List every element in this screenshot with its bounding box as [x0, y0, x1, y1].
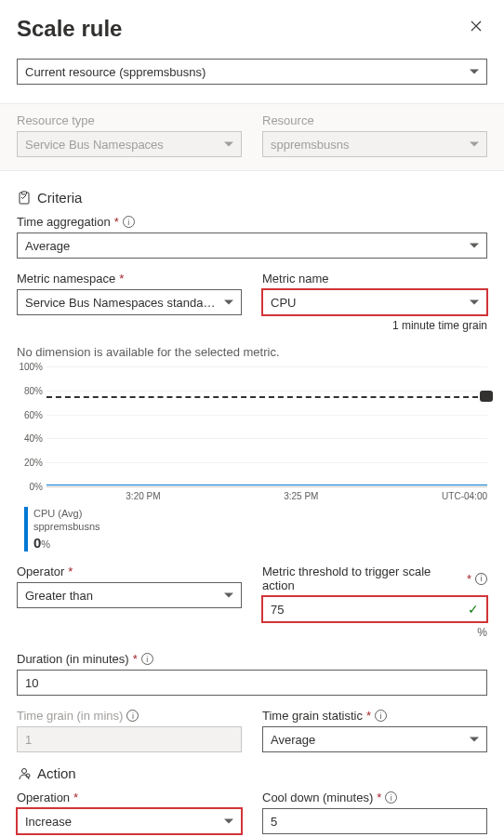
resource-select: sppremsbusns	[262, 131, 487, 157]
operation-select[interactable]: Increase	[17, 808, 242, 834]
chart-series-line	[46, 485, 487, 485]
metric-name-label: Metric name	[262, 272, 487, 286]
threshold-line	[46, 396, 487, 398]
time-grain-label: Time grain (in mins) i	[17, 709, 242, 723]
cooldown-input[interactable]: 5	[262, 808, 487, 834]
operation-value: Increase	[25, 815, 72, 829]
operator-label: Operator*	[17, 565, 242, 578]
threshold-input[interactable]: 75 ✓	[262, 596, 487, 622]
legend-series-name: CPU (Avg)	[33, 507, 100, 520]
scope-select-value: Current resource (sppremsbusns)	[25, 65, 206, 79]
action-section: Action	[17, 765, 487, 781]
operator-value: Greater than	[25, 589, 93, 603]
action-icon	[17, 766, 32, 781]
scope-select[interactable]: Current resource (sppremsbusns)	[17, 59, 487, 85]
panel-title: Scale rule	[17, 16, 122, 42]
info-icon[interactable]: i	[475, 573, 487, 585]
metric-chart: 100% 80% 60% 40% 20% 0% 3:20 PM 3:25 PM …	[17, 366, 487, 551]
operation-label: Operation*	[17, 790, 242, 804]
metric-name-select[interactable]: CPU	[262, 289, 487, 315]
duration-value: 10	[25, 676, 38, 690]
svg-point-2	[22, 768, 27, 773]
info-icon[interactable]: i	[126, 710, 139, 722]
time-grain-stat-label: Time grain statistic* i	[262, 709, 487, 723]
resource-type-value: Service Bus Namespaces	[25, 138, 164, 152]
no-dimension-message: No dimension is available for the select…	[17, 345, 487, 359]
info-icon[interactable]: i	[141, 653, 153, 665]
time-grain-note: 1 minute time grain	[262, 319, 487, 332]
time-agg-label: Time aggregation* i	[17, 215, 487, 229]
duration-input[interactable]: 10	[17, 670, 487, 696]
clipboard-icon	[17, 191, 32, 206]
xtick: 3:20 PM	[126, 491, 160, 501]
time-agg-value: Average	[25, 239, 70, 253]
svg-rect-1	[22, 192, 27, 194]
metric-ns-value: Service Bus Namespaces standard me...	[25, 296, 219, 310]
metric-ns-label: Metric namespace*	[17, 272, 242, 286]
chart-legend: CPU (Avg) sppremsbusns 0%	[17, 507, 487, 551]
resource-type-label: Resource type	[17, 113, 242, 127]
xtick: UTC-04:00	[442, 491, 487, 501]
metric-ns-select[interactable]: Service Bus Namespaces standard me...	[17, 289, 242, 315]
checkmark-icon: ✓	[468, 602, 479, 617]
threshold-label: Metric threshold to trigger scale action…	[262, 565, 487, 592]
time-grain-value: 1	[25, 733, 32, 747]
duration-label: Duration (in minutes)* i	[17, 652, 487, 666]
close-icon	[469, 19, 484, 33]
time-agg-select[interactable]: Average	[17, 232, 487, 259]
action-title: Action	[37, 765, 76, 781]
time-grain-stat-value: Average	[271, 733, 315, 747]
threshold-unit: %	[262, 626, 487, 639]
info-icon[interactable]: i	[375, 710, 387, 722]
operator-select[interactable]: Greater than	[17, 582, 242, 608]
cooldown-label: Cool down (minutes)* i	[262, 790, 487, 804]
resource-value: sppremsbusns	[271, 138, 350, 152]
time-grain-input: 1	[17, 726, 242, 752]
close-button[interactable]	[465, 15, 487, 42]
criteria-title: Criteria	[37, 190, 82, 206]
resource-label: Resource	[262, 113, 487, 127]
info-icon[interactable]: i	[123, 216, 135, 228]
time-grain-stat-select[interactable]: Average	[262, 726, 487, 752]
cooldown-value: 5	[271, 815, 277, 829]
resource-type-select: Service Bus Namespaces	[17, 131, 242, 157]
xtick: 3:25 PM	[284, 491, 318, 501]
info-icon[interactable]: i	[385, 791, 397, 804]
metric-name-value: CPU	[271, 296, 296, 310]
legend-resource: sppremsbusns	[33, 520, 100, 533]
criteria-section: Criteria	[17, 190, 487, 206]
threshold-handle[interactable]	[480, 391, 493, 402]
threshold-value: 75	[271, 603, 284, 617]
